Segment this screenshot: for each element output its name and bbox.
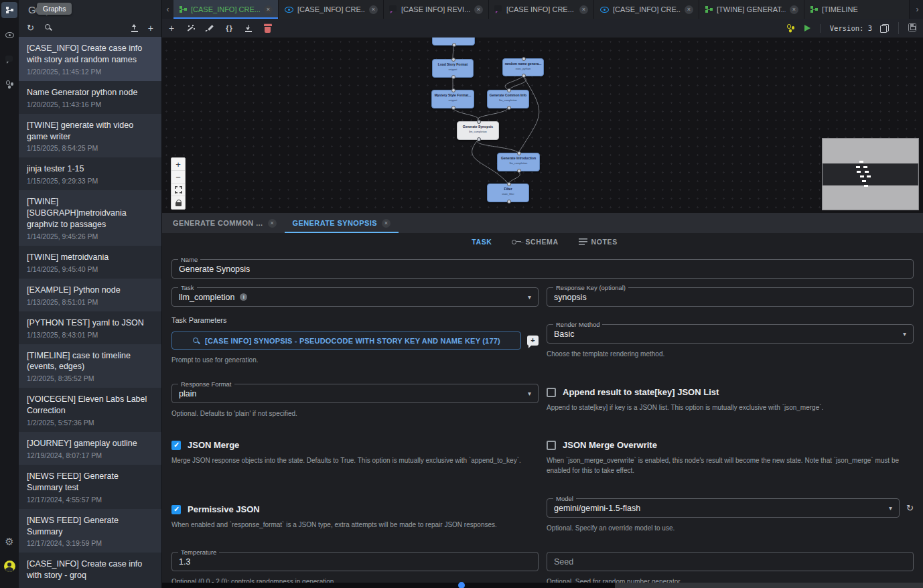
upload-icon[interactable] (131, 24, 139, 32)
editor-tab[interactable]: [TIMELINE × (804, 0, 910, 19)
editor-tab[interactable]: [CASE_INFO] CRE... × (173, 0, 279, 19)
graph-list-item[interactable]: jinja tester 1-15 1/15/2025, 9:29:33 PM (19, 157, 161, 190)
run-workflow-icon[interactable] (786, 24, 795, 32)
json-merge-helper: Merge JSON response objects into the sta… (171, 455, 539, 465)
graph-node[interactable]: Generate Introductionllm_completion (497, 153, 540, 171)
save-icon[interactable] (908, 23, 916, 31)
rail-prompts-button[interactable] (1, 52, 17, 68)
name-field[interactable]: Name Generate Synopsis (171, 259, 914, 279)
download-icon[interactable] (244, 24, 253, 32)
graph-list-item[interactable]: [TWINE] metroidvania 1/14/2025, 9:45:40 … (19, 246, 161, 279)
graph-list-item[interactable]: [CASE_INFO] Create case info with story … (19, 553, 161, 588)
auto-layout-icon[interactable] (186, 24, 194, 33)
zoom-out-button[interactable]: − (171, 171, 185, 183)
render-method-select[interactable]: Render Method Basic ▾ (547, 324, 914, 344)
minimap[interactable] (822, 138, 919, 210)
rail-account-button[interactable] (1, 558, 17, 574)
graph-list-item[interactable]: [TWINE][SUBGRAPH]metroidvania graphviz t… (19, 190, 161, 246)
rail-workflow-button[interactable] (1, 76, 17, 92)
rail-settings-button[interactable]: ⚙ (1, 533, 17, 549)
graph-node[interactable]: Generate Synopsisllm_completion (457, 121, 499, 140)
tab-type-icon (705, 5, 713, 13)
tab-close-icon[interactable]: × (369, 5, 378, 14)
editor-tab[interactable]: [CASE INFO] REVI... × (384, 0, 489, 19)
node-tab[interactable]: GENERATE SYNOPSIS × (285, 213, 399, 233)
graph-list-item[interactable]: [JOURNEY] gameplay outline 12/19/2024, 8… (19, 432, 161, 465)
new-prompt-icon[interactable] (527, 336, 539, 346)
graph-node[interactable]: random name genera...exec_python (502, 58, 544, 76)
node-subtab[interactable]: NOTES (579, 238, 618, 246)
info-icon[interactable] (240, 293, 247, 301)
graph-item-title: [PYTHON TEST] yaml to JSON (27, 317, 153, 329)
response-format-select[interactable]: Response Format plain ▾ (171, 384, 539, 403)
task-select[interactable]: Task llm_completion ▾ (171, 287, 539, 307)
graph-list-item[interactable]: [PYTHON TEST] yaml to JSON 1/13/2025, 8:… (19, 311, 161, 344)
graph-node[interactable]: Generate Common Infollm_completion (487, 90, 529, 108)
add-graph-icon[interactable]: + (148, 23, 153, 33)
prompt-select-button[interactable]: [CASE INFO] SYNOPSIS - PSEUDOCODE WITH S… (171, 332, 521, 350)
tab-close-icon[interactable]: × (790, 5, 798, 14)
response-format-cell: Response Format plain ▾ Optional. Defaul… (171, 384, 539, 419)
refresh-icon[interactable]: ↻ (27, 23, 34, 32)
delete-icon[interactable] (264, 24, 272, 33)
node-subtab[interactable]: TASK (468, 238, 492, 246)
append-to-key-checkbox[interactable]: Append result to state[key] JSON List (547, 387, 914, 397)
node-tab-close-icon[interactable]: × (382, 219, 390, 228)
graph-node[interactable]: state_mkey (432, 38, 475, 46)
tabs-scroll-right-icon[interactable]: › (912, 0, 923, 19)
editor-tab[interactable]: [CASE INFO] CRE... × (489, 0, 594, 19)
graph-list-item[interactable]: Name Generator python node 1/20/2025, 11… (19, 81, 161, 114)
editor-tab[interactable]: [TWINE] GENERAT... × (699, 0, 804, 19)
refresh-models-icon[interactable]: ↻ (906, 504, 914, 512)
node-subtabs: TASK SCHEMA NOTES (162, 233, 923, 250)
model-select[interactable]: Model gemini/gemini-1.5-flash ▾ (547, 498, 900, 518)
graph-list-item[interactable]: [NEWS FEED] Generate Summary 12/17/2024,… (19, 509, 161, 553)
graph-node[interactable]: Filterstate_filter (487, 183, 529, 202)
permissive-json-checkbox[interactable]: Permissive JSON (171, 504, 539, 514)
graph-toolbar: + {} Version: 3 (162, 19, 923, 38)
node-tab-close-icon[interactable]: × (268, 219, 277, 228)
tab-close-icon[interactable]: × (264, 5, 273, 14)
node-tab[interactable]: GENERATE COMMON ... × (165, 213, 285, 233)
graph-list-item[interactable]: [VOICEGEN] Eleven Labs Label Correction … (19, 388, 161, 432)
subtab-label: SCHEMA (525, 238, 558, 246)
graph-node[interactable]: Mystery Style Format...snippet (431, 90, 474, 108)
add-node-icon[interactable]: + (169, 23, 174, 33)
graph-list-item[interactable]: [TIMELINE] case to timeline (events, edg… (19, 344, 161, 388)
search-icon[interactable] (44, 23, 53, 32)
edit-icon[interactable] (206, 24, 214, 33)
node-subtab[interactable]: SCHEMA (512, 238, 558, 246)
fit-view-button[interactable] (171, 183, 185, 196)
json-icon[interactable]: {} (226, 25, 233, 32)
copy-icon[interactable] (880, 24, 889, 33)
graph-list-item[interactable]: [EXAMPLE] Python node 1/13/2025, 8:51:01… (19, 279, 161, 311)
horizontal-scrollbar[interactable] (162, 583, 923, 588)
rail-preview-button[interactable] (1, 27, 17, 43)
graph-item-title: [TIMELINE] case to timeline (events, edg… (27, 350, 153, 373)
tab-close-icon[interactable]: × (685, 5, 693, 14)
tab-close-icon[interactable]: × (474, 5, 483, 14)
tabs-scroll-left-icon[interactable]: ‹ (162, 0, 173, 19)
scrollbar-thumb[interactable] (162, 583, 615, 588)
graph-node[interactable]: Load Story Formatsnippet (432, 59, 474, 78)
graph-item-title: jinja tester 1-15 (27, 163, 153, 175)
play-icon[interactable] (804, 25, 810, 31)
json-merge-overwrite-checkbox[interactable]: JSON Merge Overwrite (547, 440, 914, 450)
lock-button[interactable] (171, 196, 185, 209)
model-helper: Optional. Specify an override model to u… (547, 523, 914, 533)
zoom-in-button[interactable]: + (171, 158, 185, 171)
graph-list-item[interactable]: [TWINE] generate with video game writer … (19, 114, 161, 158)
graph-list-item[interactable]: [NEWS FEED] Generate Summary test 12/17/… (19, 465, 161, 509)
tab-close-icon[interactable]: × (579, 5, 588, 14)
scrollbar-handle[interactable] (458, 582, 465, 588)
editor-tab[interactable]: [CASE_INFO] CRE... × (279, 0, 384, 19)
graph-list-item[interactable]: [CASE_INFO] Create case info with story … (19, 37, 161, 81)
editor-tab[interactable]: [CASE_INFO] CRE... × (594, 0, 699, 19)
json-merge-checkbox[interactable]: JSON Merge (171, 440, 539, 450)
seed-field[interactable]: Seed (547, 552, 914, 571)
response-key-field[interactable]: Response Key (optional) synopsis (547, 287, 914, 307)
graph-canvas[interactable]: state_mkeyLoad Story Formatsnippetrandom… (162, 38, 923, 213)
temperature-field[interactable]: Temperature 1.3 (171, 552, 539, 571)
response-key-value: synopsis (554, 293, 587, 302)
rail-graphs-button[interactable] (1, 2, 17, 18)
